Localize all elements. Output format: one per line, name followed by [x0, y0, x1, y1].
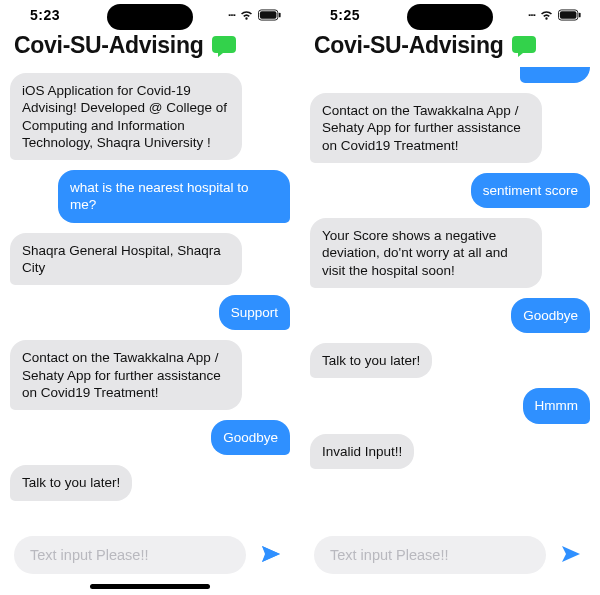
svg-rect-5 — [579, 13, 581, 18]
chat-bubble-icon — [211, 35, 237, 57]
message-bot: Talk to you later! — [310, 343, 432, 378]
phone-right: 5:25 ···· Covi-SU-Advising Contact on th… — [300, 0, 600, 595]
message-text: Goodbye — [223, 430, 278, 445]
send-button[interactable] — [256, 540, 286, 570]
notch — [407, 4, 493, 30]
message-user: Goodbye — [211, 420, 290, 455]
battery-icon — [558, 9, 582, 21]
message-text: sentiment score — [483, 183, 578, 198]
message-text: Contact on the Tawakkalna App / Sehaty A… — [22, 350, 221, 400]
message-bot: Talk to you later! — [10, 465, 132, 500]
app-title: Covi-SU-Advising — [14, 32, 203, 59]
phone-left: 5:23 ···· Covi-SU-Advising iOS Applicati… — [0, 0, 300, 595]
input-row — [0, 528, 300, 584]
signal-icon: ···· — [228, 10, 235, 21]
message-text: Hmmm — [535, 398, 579, 413]
message-bot: Contact on the Tawakkalna App / Sehaty A… — [10, 340, 242, 410]
status-right: ···· — [528, 9, 582, 21]
message-text: Talk to you later! — [22, 475, 120, 490]
svg-rect-2 — [279, 13, 281, 18]
message-input[interactable] — [314, 536, 546, 574]
chat-area[interactable]: Contact on the Tawakkalna App / Sehaty A… — [300, 67, 600, 528]
message-user: what is the nearest hospital to me? — [58, 170, 290, 223]
battery-icon — [258, 9, 282, 21]
message-user: Support — [219, 295, 290, 330]
message-bot: Your Score shows a negative deviation, d… — [310, 218, 542, 288]
message-text: Contact on the Tawakkalna App / Sehaty A… — [322, 103, 521, 153]
message-user-partial — [520, 67, 590, 83]
send-icon — [559, 542, 583, 569]
svg-rect-4 — [560, 11, 577, 18]
message-bot: Invalid Input!! — [310, 434, 414, 469]
bottom-spacer — [300, 584, 600, 595]
home-indicator — [90, 584, 210, 589]
chat-bubble-icon — [511, 35, 537, 57]
message-text: Talk to you later! — [322, 353, 420, 368]
message-user: sentiment score — [471, 173, 590, 208]
app-title: Covi-SU-Advising — [314, 32, 503, 59]
message-bot: Contact on the Tawakkalna App / Sehaty A… — [310, 93, 542, 163]
wifi-icon — [239, 10, 254, 21]
notch — [107, 4, 193, 30]
message-input[interactable] — [14, 536, 246, 574]
message-text: iOS Application for Covid-19 Advising! D… — [22, 83, 227, 150]
message-user: Hmmm — [523, 388, 591, 423]
message-text: Goodbye — [523, 308, 578, 323]
svg-rect-1 — [260, 11, 277, 18]
message-text: Support — [231, 305, 278, 320]
send-button[interactable] — [556, 540, 586, 570]
app-header: Covi-SU-Advising — [0, 30, 300, 67]
send-icon — [259, 542, 283, 569]
status-time: 5:25 — [330, 7, 360, 23]
signal-icon: ···· — [528, 10, 535, 21]
status-time: 5:23 — [30, 7, 60, 23]
message-bot: iOS Application for Covid-19 Advising! D… — [10, 73, 242, 160]
message-text: Invalid Input!! — [322, 444, 402, 459]
chat-area[interactable]: iOS Application for Covid-19 Advising! D… — [0, 67, 300, 528]
message-text: what is the nearest hospital to me? — [70, 180, 249, 212]
wifi-icon — [539, 10, 554, 21]
screenshot-canvas: 5:23 ···· Covi-SU-Advising iOS Applicati… — [0, 0, 600, 595]
message-bot: Shaqra General Hospital, Shaqra City — [10, 233, 242, 286]
status-right: ···· — [228, 9, 282, 21]
message-user: Goodbye — [511, 298, 590, 333]
message-text: Your Score shows a negative deviation, d… — [322, 228, 508, 278]
input-row — [300, 528, 600, 584]
message-text: Shaqra General Hospital, Shaqra City — [22, 243, 221, 275]
app-header: Covi-SU-Advising — [300, 30, 600, 67]
